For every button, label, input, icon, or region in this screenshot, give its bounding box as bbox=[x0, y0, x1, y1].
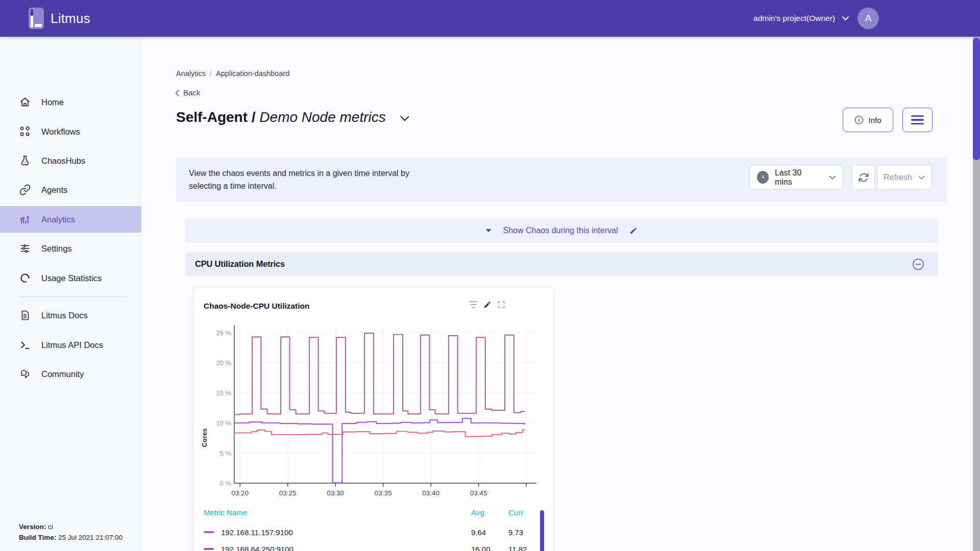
sidebar-item-litmus-api-docs[interactable]: Litmus API Docs bbox=[0, 332, 141, 358]
page-scrollbar-thumb[interactable] bbox=[973, 38, 980, 160]
terminal-icon bbox=[19, 339, 31, 351]
workflows-icon bbox=[19, 126, 31, 138]
metric-name: 192.168.64.250:9100 bbox=[221, 545, 293, 551]
refresh-interval-select[interactable]: Refresh bbox=[877, 165, 932, 190]
sidebar-item-label: Litmus Docs bbox=[41, 311, 88, 320]
sidebar-item-label: Litmus API Docs bbox=[41, 340, 103, 350]
version-label: Version: bbox=[19, 523, 46, 531]
collapse-minus-icon[interactable] bbox=[912, 258, 924, 270]
svg-text:03:20: 03:20 bbox=[231, 489, 249, 497]
svg-text:03:45: 03:45 bbox=[470, 489, 487, 497]
top-navbar: Litmus admin's project(Owner) A bbox=[0, 0, 980, 37]
chevron-left-icon bbox=[175, 90, 179, 96]
svg-text:5 %: 5 % bbox=[220, 449, 232, 457]
metric-curr: 9.73 bbox=[508, 528, 523, 537]
link-icon bbox=[19, 184, 31, 196]
sidebar-item-label: Usage Statistics bbox=[41, 273, 102, 283]
svg-text:03:25: 03:25 bbox=[279, 489, 297, 497]
interval-info-bar: View the chaos events and metrics in a g… bbox=[176, 158, 947, 202]
dashboard-menu-button[interactable] bbox=[902, 108, 933, 132]
breadcrumb-application-dashboard[interactable]: Application-dashboard bbox=[216, 69, 289, 78]
community-icon bbox=[19, 368, 31, 380]
caret-down-icon[interactable] bbox=[485, 229, 492, 233]
sidebar-item-label: Workflows bbox=[41, 127, 80, 137]
sidebar-item-community[interactable]: Community bbox=[0, 361, 141, 387]
refresh-icon bbox=[858, 172, 869, 183]
legend-row[interactable]: 192.168.64.250:9100 16.00 11.82 bbox=[193, 542, 546, 551]
legend-col-avg: Avg bbox=[471, 508, 484, 517]
sidebar-item-workflows[interactable]: Workflows bbox=[0, 118, 141, 145]
chevron-down-icon bbox=[829, 176, 836, 180]
sidebar-item-label: Agents bbox=[41, 185, 67, 195]
interval-description: View the chaos events and metrics in a g… bbox=[189, 167, 409, 192]
svg-text:20 %: 20 % bbox=[216, 359, 231, 367]
legend-row[interactable]: 192.168.11.157:9100 9.64 9.73 bbox=[193, 525, 546, 541]
show-chaos-label[interactable]: Show Chaos during this interval bbox=[503, 226, 618, 235]
sidebar-item-settings[interactable]: Settings bbox=[0, 235, 141, 262]
analytics-icon bbox=[19, 213, 31, 226]
sidebar-item-chaoshubs[interactable]: ChaosHubs bbox=[0, 147, 141, 174]
refresh-now-button[interactable] bbox=[852, 165, 875, 190]
agent-name: Self-Agent / bbox=[176, 109, 256, 125]
sidebar-item-litmus-docs[interactable]: Litmus Docs bbox=[0, 302, 141, 329]
legend-col-curr: Curr bbox=[508, 508, 523, 517]
expand-icon[interactable] bbox=[497, 300, 505, 309]
cpu-chart-svg[interactable]: 0 %5 %10 %15 %20 %25 %03:2003:2503:3003:… bbox=[193, 323, 554, 509]
sidebar-item-analytics[interactable]: Analytics bbox=[0, 206, 141, 233]
edit-pencil-icon[interactable] bbox=[629, 227, 638, 235]
avatar-initial: A bbox=[865, 13, 872, 24]
dashboard-name: Demo Node metrics bbox=[259, 109, 385, 125]
time-range-select[interactable]: Last 30 mins bbox=[749, 165, 843, 190]
navbar-right: admin's project(Owner) A bbox=[753, 0, 879, 37]
sidebar-item-usage-statistics[interactable]: Usage Statistics bbox=[0, 265, 141, 291]
chevron-down-icon[interactable] bbox=[400, 116, 409, 121]
avatar[interactable]: A bbox=[857, 8, 879, 29]
sliders-icon bbox=[19, 242, 31, 255]
home-icon bbox=[19, 96, 31, 108]
sidebar-item-label: ChaosHubs bbox=[41, 156, 85, 166]
filter-lines-icon[interactable] bbox=[469, 301, 478, 308]
version-value: ci bbox=[48, 523, 53, 531]
brand-name: Litmus bbox=[51, 11, 90, 27]
breadcrumb: Analytics / Application-dashboard bbox=[176, 69, 289, 78]
hamburger-icon bbox=[911, 115, 924, 117]
clock-icon bbox=[757, 171, 769, 184]
sidebar-divider bbox=[19, 296, 127, 297]
legend-scrollbar[interactable] bbox=[540, 510, 544, 551]
back-button[interactable]: Back bbox=[175, 88, 200, 98]
svg-text:10 %: 10 % bbox=[216, 419, 231, 427]
project-selector-label: admin's project(Owner) bbox=[753, 14, 835, 23]
sidebar-item-label: Community bbox=[41, 369, 84, 379]
series-swatch bbox=[204, 531, 214, 533]
breadcrumb-separator: / bbox=[210, 69, 212, 78]
show-chaos-row: Show Chaos during this interval bbox=[185, 218, 938, 243]
svg-text:15 %: 15 % bbox=[216, 389, 231, 397]
svg-text:03:30: 03:30 bbox=[327, 489, 344, 497]
sidebar-item-agents[interactable]: Agents bbox=[0, 177, 141, 203]
legend-col-metric: Metric Name bbox=[204, 508, 247, 517]
section-title: CPU Utilization Metrics bbox=[195, 259, 285, 269]
metric-name: 192.168.11.157:9100 bbox=[221, 528, 293, 537]
document-icon bbox=[19, 309, 31, 321]
sidebar-item-label: Settings bbox=[41, 244, 72, 254]
svg-text:03:35: 03:35 bbox=[375, 489, 392, 497]
svg-text:25 %: 25 % bbox=[216, 329, 231, 337]
project-selector[interactable]: admin's project(Owner) bbox=[753, 14, 849, 23]
metric-avg: 9.64 bbox=[471, 528, 486, 537]
info-button[interactable]: Info bbox=[843, 108, 893, 132]
litmus-logo-icon[interactable] bbox=[29, 8, 44, 29]
flask-icon bbox=[19, 155, 31, 167]
chevron-down-icon bbox=[842, 16, 849, 20]
build-time-value: 25 Jul 2021 21:07:00 bbox=[58, 534, 122, 541]
refresh-interval-label: Refresh bbox=[884, 173, 912, 182]
metric-avg: 16.00 bbox=[471, 545, 491, 551]
edit-pencil-icon[interactable] bbox=[483, 300, 492, 309]
breadcrumb-analytics[interactable]: Analytics bbox=[176, 69, 206, 78]
page-scrollbar[interactable] bbox=[973, 37, 980, 551]
sidebar-item-label: Analytics bbox=[41, 215, 75, 224]
cpu-utilization-section-header: CPU Utilization Metrics bbox=[185, 253, 938, 276]
sidebar-item-home[interactable]: Home bbox=[0, 89, 141, 115]
version-info: Version: ci Build Time: 25 Jul 2021 21:0… bbox=[19, 521, 122, 543]
series-swatch bbox=[204, 548, 214, 550]
build-time-label: Build Time: bbox=[19, 534, 56, 541]
